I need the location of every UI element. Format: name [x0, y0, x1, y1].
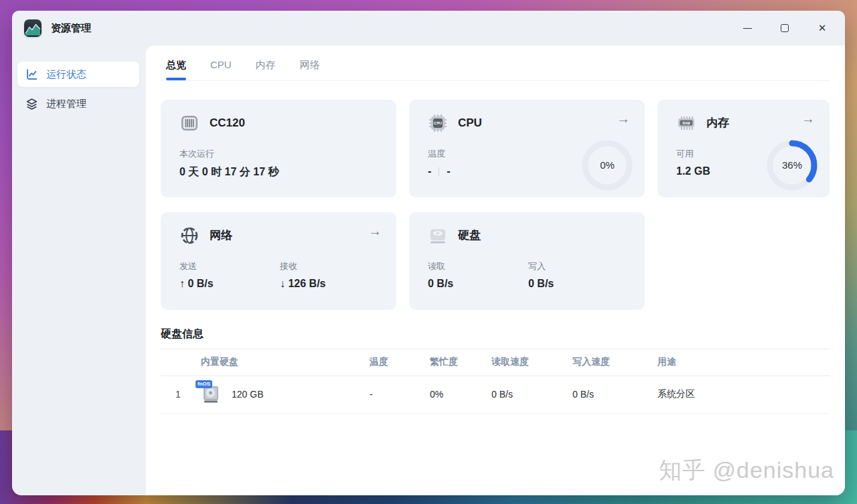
card-cpu[interactable]: CPU CPU → 温度 -- 0% [409, 100, 645, 197]
network-send-value: ↑ 0 B/s [179, 278, 280, 290]
column-index [161, 349, 201, 375]
column-busy: 繁忙度 [430, 349, 491, 375]
disk-write-value: 0 B/s [528, 278, 629, 290]
arrow-right-icon[interactable]: → [368, 224, 382, 238]
column-internal-disk: 内置硬盘 [201, 349, 370, 375]
main-content: 总览 CPU 内存 网络 [146, 46, 845, 495]
column-usage: 用途 [657, 349, 830, 375]
card-title: 内存 [706, 115, 729, 131]
titlebar: 资源管理 ✕ [12, 11, 845, 46]
memory-usage-percent: 36% [765, 139, 819, 192]
value-divider [439, 167, 439, 176]
active-tab-indicator [166, 78, 186, 80]
tab-overview[interactable]: 总览 [166, 46, 186, 80]
card-disk: 硬盘 读取 0 B/s 写入 0 B/s [409, 212, 645, 310]
hard-drive-icon [428, 226, 448, 246]
cpu-usage-percent: 0% [580, 139, 634, 192]
minimize-button[interactable] [742, 23, 753, 33]
row-index: 1 [161, 375, 201, 413]
close-button[interactable]: ✕ [817, 23, 828, 33]
table-row: 1 [161, 375, 830, 413]
overview-cards: CC120 本次运行 0 天 0 时 17 分 17 秒 CPU [161, 100, 830, 310]
card-title: CC120 [210, 116, 245, 130]
uptime-value: 0 天 0 时 17 分 17 秒 [179, 165, 380, 179]
disk-info-table: 内置硬盘 温度 繁忙度 读取速度 写入速度 用途 1 [161, 349, 830, 414]
disk-usage: 系统分区 [657, 375, 830, 413]
card-title: CPU [458, 116, 482, 130]
column-write-speed: 写入速度 [572, 349, 657, 375]
tab-bar: 总览 CPU 内存 网络 [161, 46, 830, 81]
disk-read-value: 0 B/s [428, 278, 528, 290]
disk-info-section: 硬盘信息 内置硬盘 温度 繁忙度 读取速度 写入速度 用途 [161, 327, 830, 414]
sidebar-item-running-status[interactable]: 运行状态 [17, 62, 139, 87]
disk-info-title: 硬盘信息 [161, 327, 830, 341]
layers-icon [25, 98, 38, 110]
app-window: 资源管理 ✕ 运行状态 进程 [12, 11, 845, 495]
disk-read-speed: 0 B/s [491, 375, 572, 413]
server-icon [179, 113, 200, 133]
tab-memory[interactable]: 内存 [256, 46, 276, 80]
sidebar-item-label: 进程管理 [46, 98, 86, 110]
disk-busy: 0% [430, 375, 491, 413]
disk-write-speed: 0 B/s [572, 375, 657, 413]
cpu-chip-icon: CPU [428, 113, 448, 133]
down-arrow-icon: ↓ [280, 278, 285, 289]
fnos-badge: fnOS [196, 380, 212, 388]
maximize-button[interactable] [779, 23, 790, 33]
sidebar-item-process-management[interactable]: 进程管理 [17, 91, 139, 116]
tab-cpu[interactable]: CPU [210, 46, 232, 80]
disk-write-label: 写入 [528, 260, 629, 272]
disk-temperature: - [370, 375, 430, 413]
disk-size: 120 GB [232, 389, 263, 400]
card-memory[interactable]: RAM 内存 → 可用 1.2 GB 36% [657, 100, 830, 197]
cpu-usage-gauge: 0% [580, 139, 634, 192]
card-title: 硬盘 [458, 228, 481, 243]
column-read-speed: 读取速度 [491, 349, 572, 375]
network-recv-label: 接收 [280, 260, 380, 272]
sidebar-item-label: 运行状态 [46, 68, 86, 81]
network-recv-value: ↓ 126 B/s [280, 278, 380, 290]
uptime-label: 本次运行 [179, 148, 380, 160]
card-network[interactable]: 网络 → 发送 ↑ 0 B/s 接收 ↓ 126 B/s [161, 212, 396, 310]
tab-network[interactable]: 网络 [300, 46, 320, 80]
window-title: 资源管理 [51, 22, 91, 35]
arrow-right-icon[interactable]: → [801, 112, 815, 125]
line-chart-icon [25, 68, 38, 81]
disk-drive-icon: fnOS [201, 384, 221, 404]
disk-read-label: 读取 [428, 260, 528, 272]
table-header-row: 内置硬盘 温度 繁忙度 读取速度 写入速度 用途 [161, 349, 830, 375]
memory-usage-gauge: 36% [765, 139, 819, 192]
up-arrow-icon: ↑ [179, 278, 185, 289]
network-send-label: 发送 [179, 260, 280, 272]
sidebar: 运行状态 进程管理 [12, 46, 146, 495]
arrow-right-icon[interactable]: → [617, 112, 630, 125]
globe-icon [179, 226, 200, 246]
ram-icon: RAM [676, 113, 696, 133]
svg-text:RAM: RAM [683, 121, 690, 124]
svg-text:CPU: CPU [434, 121, 442, 125]
card-title: 网络 [210, 228, 232, 243]
card-uptime: CC120 本次运行 0 天 0 时 17 分 17 秒 [161, 100, 396, 197]
column-temperature: 温度 [370, 349, 430, 375]
app-logo-icon [24, 19, 42, 37]
